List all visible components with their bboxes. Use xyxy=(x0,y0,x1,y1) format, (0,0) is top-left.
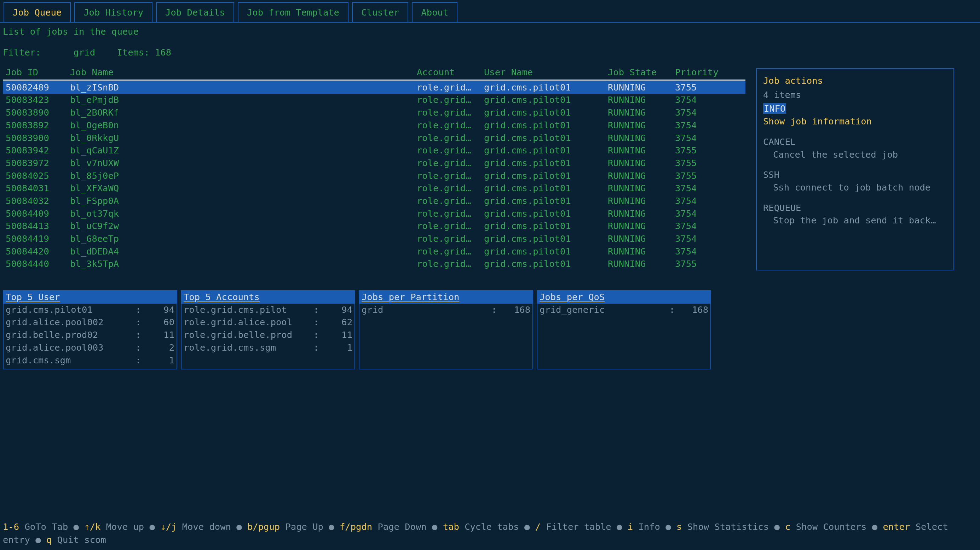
action-requeue[interactable]: REQUEUEStop the job and send it back… xyxy=(763,202,947,227)
cell: RUNNING xyxy=(608,106,675,119)
cell: bl_qCaU1Z xyxy=(70,144,417,157)
actions-count: 4 items xyxy=(763,89,947,101)
action-name: REQUEUE xyxy=(763,203,801,213)
cell: grid.cms.pilot01 xyxy=(484,157,608,170)
table-row[interactable]: 50084031bl_XFXaWQrole.grid…grid.cms.pilo… xyxy=(3,182,745,195)
tab-about[interactable]: About xyxy=(412,2,457,22)
panel-top-5-user: Top 5 Usergrid.cms.pilot01:94grid.alice.… xyxy=(3,290,177,369)
cell: grid.cms.pilot01 xyxy=(484,195,608,208)
col-priority[interactable]: Priority xyxy=(675,66,732,79)
col-job-name[interactable]: Job Name xyxy=(70,66,417,79)
panel-row: grid:168 xyxy=(360,304,533,316)
table-row[interactable]: 50084032bl_FSpp0Arole.grid…grid.cms.pilo… xyxy=(3,195,745,208)
cell: 50084419 xyxy=(3,233,70,245)
cell: 3755 xyxy=(675,81,732,94)
table-row[interactable]: 50084420bl_dDEDA4role.grid…grid.cms.pilo… xyxy=(3,245,745,258)
cell: RUNNING xyxy=(608,182,675,195)
table-row[interactable]: 50083890bl_2BORKfrole.grid…grid.cms.pilo… xyxy=(3,106,745,119)
cell: RUNNING xyxy=(608,157,675,170)
col-user[interactable]: User Name xyxy=(484,66,608,79)
panel-row: grid.alice.pool002:60 xyxy=(3,316,177,329)
panel-jobs-per-partition: Jobs per Partitiongrid:168 xyxy=(359,290,533,369)
cell: bl_FSpp0A xyxy=(70,195,417,208)
panel-row: role.grid.alice.pool:62 xyxy=(181,316,355,329)
cell: bl_85j0eP xyxy=(70,170,417,182)
tab-bar: Job QueueJob HistoryJob DetailsJob from … xyxy=(0,0,980,23)
cell: 50083423 xyxy=(3,94,70,106)
action-desc: Stop the job and send it back… xyxy=(763,214,947,227)
cell: 3754 xyxy=(675,233,732,245)
header-divider xyxy=(3,79,745,81)
tab-job-history[interactable]: Job History xyxy=(74,2,153,22)
action-info[interactable]: INFOShow job information xyxy=(763,103,947,128)
action-desc: Cancel the selected job xyxy=(763,149,947,161)
cell: 3754 xyxy=(675,106,732,119)
panel-jobs-per-qos: Jobs per QoSgrid_generic:168 xyxy=(537,290,711,369)
panel-title: Jobs per QoS xyxy=(538,291,710,304)
tab-job-from-template[interactable]: Job from Template xyxy=(238,2,348,22)
col-account[interactable]: Account xyxy=(417,66,484,79)
cell: role.grid… xyxy=(417,233,484,245)
table-row[interactable]: 50082489bl_zISnBDrole.grid…grid.cms.pilo… xyxy=(3,81,745,94)
cell: role.grid… xyxy=(417,245,484,258)
col-job-id[interactable]: Job ID xyxy=(3,66,70,79)
cell: grid.cms.pilot01 xyxy=(484,119,608,132)
cell: role.grid… xyxy=(417,195,484,208)
cell: bl_OgeB0n xyxy=(70,119,417,132)
action-ssh[interactable]: SSHSsh connect to job batch node xyxy=(763,169,947,194)
cell: 50083892 xyxy=(3,119,70,132)
cell: role.grid… xyxy=(417,182,484,195)
cell: role.grid… xyxy=(417,144,484,157)
cell: RUNNING xyxy=(608,258,675,270)
panel-title: Jobs per Partition xyxy=(360,291,533,304)
cell: 3755 xyxy=(675,144,732,157)
table-header: Job ID Job Name Account User Name Job St… xyxy=(3,66,745,79)
cell: RUNNING xyxy=(608,220,675,233)
tab-job-details[interactable]: Job Details xyxy=(156,2,234,22)
cell: grid.cms.pilot01 xyxy=(484,144,608,157)
table-row[interactable]: 50084419bl_G8eeTprole.grid…grid.cms.pilo… xyxy=(3,233,745,245)
cell: 3754 xyxy=(675,94,732,106)
cell: grid.cms.pilot01 xyxy=(484,245,608,258)
cell: role.grid… xyxy=(417,81,484,94)
cell: 50084031 xyxy=(3,182,70,195)
cell: role.grid… xyxy=(417,132,484,144)
table-row[interactable]: 50084413bl_uC9f2wrole.grid…grid.cms.pilo… xyxy=(3,220,745,233)
tab-job-queue[interactable]: Job Queue xyxy=(3,2,71,22)
cell: 50084409 xyxy=(3,208,70,220)
cell: RUNNING xyxy=(608,94,675,106)
cell: 50084420 xyxy=(3,245,70,258)
cell: role.grid… xyxy=(417,94,484,106)
tab-cluster[interactable]: Cluster xyxy=(352,2,408,22)
table-row[interactable]: 50083972bl_v7nUXWrole.grid…grid.cms.pilo… xyxy=(3,157,745,170)
key-hints: 1-6 GoTo Tab ● ↑/k Move up ● ↓/j Move do… xyxy=(0,518,980,550)
action-cancel[interactable]: CANCELCancel the selected job xyxy=(763,136,947,161)
cell: RUNNING xyxy=(608,195,675,208)
cell: bl_ot37qk xyxy=(70,208,417,220)
table-row[interactable]: 50083423bl_ePmjdBrole.grid…grid.cms.pilo… xyxy=(3,94,745,106)
filter-line: Filter: grid Items: 168 xyxy=(0,39,980,66)
cell: RUNNING xyxy=(608,119,675,132)
table-row[interactable]: 50084025bl_85j0eProle.grid…grid.cms.pilo… xyxy=(3,170,745,182)
table-row[interactable]: 50083892bl_OgeB0nrole.grid…grid.cms.pilo… xyxy=(3,119,745,132)
table-row[interactable]: 50083942bl_qCaU1Zrole.grid…grid.cms.pilo… xyxy=(3,144,745,157)
action-name: CANCEL xyxy=(763,136,795,147)
cell: grid.cms.pilot01 xyxy=(484,81,608,94)
cell: 3754 xyxy=(675,245,732,258)
action-name: SSH xyxy=(763,169,780,180)
table-row[interactable]: 50083900bl_0RkkgUrole.grid…grid.cms.pilo… xyxy=(3,132,745,144)
cell: 3754 xyxy=(675,195,732,208)
cell: grid.cms.pilot01 xyxy=(484,132,608,144)
cell: bl_G8eeTp xyxy=(70,233,417,245)
panel-title: Top 5 Accounts xyxy=(181,291,355,304)
table-row[interactable]: 50084440bl_3k5TpArole.grid…grid.cms.pilo… xyxy=(3,258,745,270)
cell: grid.cms.pilot01 xyxy=(484,182,608,195)
table-row[interactable]: 50084409bl_ot37qkrole.grid…grid.cms.pilo… xyxy=(3,208,745,220)
cell: grid.cms.pilot01 xyxy=(484,94,608,106)
panel-row: grid.cms.sgm:1 xyxy=(3,354,177,367)
cell: RUNNING xyxy=(608,132,675,144)
job-actions-panel: Job actions 4 items INFOShow job informa… xyxy=(756,68,954,270)
page-description: List of jobs in the queue xyxy=(0,23,980,40)
cell: bl_dDEDA4 xyxy=(70,245,417,258)
col-state[interactable]: Job State xyxy=(608,66,675,79)
